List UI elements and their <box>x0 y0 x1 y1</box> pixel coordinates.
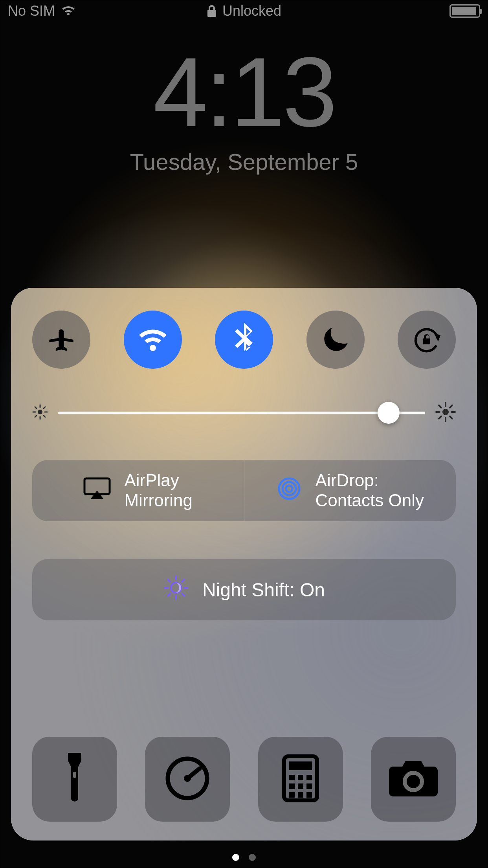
svg-line-27 <box>182 594 184 596</box>
night-shift-label: Night Shift: On <box>202 579 325 601</box>
calculator-icon <box>282 754 319 804</box>
airdrop-label: AirDrop:Contacts Only <box>316 471 424 510</box>
flashlight-button[interactable] <box>32 737 117 822</box>
bluetooth-icon <box>234 323 254 357</box>
bluetooth-toggle[interactable] <box>215 311 273 369</box>
wifi-status-icon <box>61 5 76 17</box>
do-not-disturb-toggle[interactable] <box>306 311 365 369</box>
airplay-airdrop-row: AirPlayMirroring AirDrop:Contacts Only <box>32 460 456 521</box>
quick-toggle-row <box>32 311 456 369</box>
clock-time: 4:13 <box>0 43 488 142</box>
page-dot-2[interactable] <box>249 854 256 861</box>
airplane-mode-toggle[interactable] <box>32 311 90 369</box>
airplane-icon <box>48 326 75 353</box>
camera-button[interactable] <box>371 737 456 822</box>
svg-point-19 <box>286 485 292 492</box>
svg-line-28 <box>182 579 184 582</box>
battery-icon <box>449 4 480 18</box>
lock-icon <box>207 4 217 18</box>
svg-line-5 <box>35 407 37 408</box>
camera-icon <box>388 760 438 799</box>
svg-line-6 <box>44 416 45 417</box>
svg-line-34 <box>187 769 200 778</box>
rotation-lock-icon <box>411 324 442 355</box>
svg-rect-44 <box>298 792 303 798</box>
status-bar: No SIM Unlocked <box>0 0 488 22</box>
airplay-icon <box>83 477 111 504</box>
svg-rect-43 <box>289 792 295 798</box>
brightness-high-icon <box>435 402 456 424</box>
svg-point-20 <box>283 482 296 495</box>
timer-icon <box>164 755 211 803</box>
svg-line-8 <box>35 416 37 417</box>
app-shortcut-row <box>32 713 456 822</box>
svg-line-16 <box>450 405 452 408</box>
night-shift-button[interactable]: Night Shift: On <box>32 559 456 620</box>
control-center-panel: AirPlayMirroring AirDrop:Contacts Only <box>11 288 477 840</box>
airplay-label: AirPlayMirroring <box>124 471 193 510</box>
svg-line-29 <box>168 594 170 596</box>
svg-rect-36 <box>289 761 312 770</box>
page-dot-1[interactable] <box>232 854 239 861</box>
svg-line-14 <box>439 405 441 408</box>
wifi-toggle[interactable] <box>124 311 182 369</box>
calculator-button[interactable] <box>258 737 343 822</box>
svg-point-0 <box>38 410 42 414</box>
rotation-lock-toggle[interactable] <box>398 311 456 369</box>
brightness-track <box>58 412 425 414</box>
control-center-pager[interactable] <box>232 854 256 861</box>
svg-line-7 <box>44 407 45 408</box>
airdrop-icon <box>276 476 302 506</box>
flashlight-icon <box>61 753 88 805</box>
svg-rect-37 <box>289 775 295 780</box>
moon-icon <box>322 326 349 353</box>
brightness-low-icon <box>32 404 48 421</box>
svg-rect-45 <box>306 792 312 798</box>
svg-rect-40 <box>289 783 295 789</box>
brightness-thumb[interactable] <box>378 402 400 424</box>
svg-rect-38 <box>298 775 303 780</box>
svg-rect-41 <box>298 783 303 789</box>
svg-line-26 <box>168 579 170 582</box>
svg-line-17 <box>439 416 441 419</box>
brightness-slider-row <box>32 402 456 424</box>
lock-status-label: Unlocked <box>222 3 281 19</box>
lock-screen-clock: 4:13 Tuesday, September 5 <box>0 43 488 175</box>
brightness-slider[interactable] <box>58 402 425 424</box>
svg-point-9 <box>442 409 449 415</box>
clock-date: Tuesday, September 5 <box>0 149 488 175</box>
svg-rect-31 <box>73 772 76 778</box>
airplay-mirroring-button[interactable]: AirPlayMirroring <box>32 460 244 521</box>
svg-rect-39 <box>306 775 312 780</box>
night-shift-icon <box>163 575 189 605</box>
timer-button[interactable] <box>145 737 230 822</box>
carrier-label: No SIM <box>8 3 55 19</box>
svg-rect-42 <box>306 783 312 789</box>
svg-line-15 <box>450 416 452 419</box>
wifi-icon <box>137 327 169 353</box>
airdrop-button[interactable]: AirDrop:Contacts Only <box>244 460 456 521</box>
